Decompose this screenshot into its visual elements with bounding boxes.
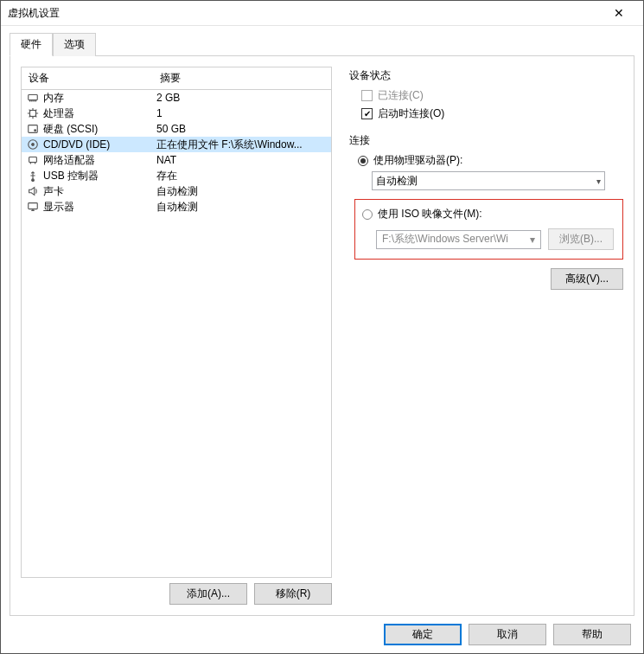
hdd-icon (27, 123, 39, 135)
usb-icon (27, 170, 39, 182)
iso-path-input[interactable]: F:\系统\Windows Server\Wi ▾ (376, 230, 541, 249)
device-name: CD/DVD (IDE) (43, 138, 110, 151)
svg-rect-2 (29, 125, 38, 133)
svg-point-3 (35, 130, 36, 131)
connect-on-start-checkbox[interactable]: ✔ 启动时连接(O) (361, 106, 623, 121)
device-table: 设备 摘要 内存 2 GB 处理器 1 硬盘 (SCSI) 50 GB CD/D… (21, 67, 332, 578)
table-row[interactable]: 内存 2 GB (22, 90, 331, 106)
disc-icon (27, 138, 39, 151)
help-button[interactable]: 帮助 (553, 624, 631, 645)
device-summary: 2 GB (153, 92, 331, 104)
device-summary: 正在使用文件 F:\系统\Window... (153, 138, 331, 152)
table-row[interactable]: 网络适配器 NAT (22, 152, 331, 168)
table-header: 设备 摘要 (22, 67, 331, 90)
device-name: 显示器 (43, 200, 74, 215)
svg-rect-6 (29, 157, 37, 163)
left-pane: 设备 摘要 内存 2 GB 处理器 1 硬盘 (SCSI) 50 GB CD/D… (21, 67, 332, 605)
svg-point-7 (32, 179, 35, 182)
radio-icon (362, 209, 373, 220)
dialog-footer: 确定 取消 帮助 (1, 616, 643, 653)
window-title: 虚拟机设置 (8, 6, 60, 21)
device-summary: NAT (153, 154, 331, 166)
tab-hardware[interactable]: 硬件 (10, 33, 53, 56)
remove-button[interactable]: 移除(R) (254, 583, 332, 605)
svg-point-5 (32, 144, 35, 146)
iso-file-radio[interactable]: 使用 ISO 映像文件(M): (362, 207, 614, 221)
device-buttons: 添加(A)... 移除(R) (21, 583, 332, 605)
device-name: USB 控制器 (43, 169, 99, 183)
memory-icon (27, 92, 39, 104)
device-name: 处理器 (43, 106, 74, 121)
add-button[interactable]: 添加(A)... (169, 583, 247, 605)
nic-icon (27, 154, 39, 166)
checkbox-icon (361, 90, 373, 101)
col-summary: 摘要 (153, 67, 331, 89)
physical-drive-dropdown[interactable]: 自动检测 ▾ (372, 171, 605, 190)
svg-rect-0 (29, 95, 38, 100)
titlebar: 虚拟机设置 ✕ (1, 1, 643, 26)
device-name: 硬盘 (SCSI) (43, 122, 98, 137)
svg-rect-8 (29, 203, 38, 209)
status-group-title: 设备状态 (349, 68, 623, 83)
connection-group: 连接 使用物理驱动器(P): 自动检测 ▾ (349, 133, 623, 290)
chevron-down-icon: ▾ (596, 176, 601, 186)
device-status-group: 设备状态 已连接(C) ✔ 启动时连接(O) (349, 68, 623, 121)
chevron-down-icon: ▾ (530, 234, 535, 246)
physical-drive-radio[interactable]: 使用物理驱动器(P): (358, 153, 623, 168)
connected-checkbox: 已连接(C) (361, 88, 623, 103)
iso-highlight-box: 使用 ISO 映像文件(M): F:\系统\Windows Server\Wi … (354, 199, 623, 260)
device-name: 内存 (43, 91, 64, 106)
ok-button[interactable]: 确定 (384, 624, 462, 645)
display-icon (27, 201, 39, 213)
device-name: 网络适配器 (43, 153, 95, 168)
table-row[interactable]: 硬盘 (SCSI) 50 GB (22, 121, 331, 137)
browse-button: 浏览(B)... (548, 228, 614, 250)
checkbox-icon: ✔ (361, 108, 373, 119)
tab-panel-hardware: 设备 摘要 内存 2 GB 处理器 1 硬盘 (SCSI) 50 GB CD/D… (10, 55, 634, 616)
cpu-icon (27, 107, 39, 119)
table-row[interactable]: 处理器 1 (22, 106, 331, 121)
radio-icon (358, 156, 368, 166)
col-device: 设备 (22, 67, 153, 89)
device-name: 声卡 (43, 184, 64, 199)
tabstrip: 硬件 选项 (10, 33, 634, 56)
device-summary: 1 (153, 107, 331, 119)
right-pane: 设备状态 已连接(C) ✔ 启动时连接(O) 连接 (349, 67, 623, 605)
table-row[interactable]: CD/DVD (IDE) 正在使用文件 F:\系统\Window... (22, 137, 331, 152)
device-summary: 自动检测 (153, 200, 331, 215)
cancel-button[interactable]: 取消 (469, 624, 546, 645)
device-summary: 自动检测 (153, 184, 331, 199)
table-row[interactable]: 显示器 自动检测 (22, 199, 331, 215)
sound-icon (27, 185, 39, 197)
device-summary: 50 GB (153, 123, 331, 135)
tab-container: 硬件 选项 设备 摘要 内存 2 GB 处理器 1 硬盘 (S (1, 26, 643, 616)
close-icon[interactable]: ✕ (602, 6, 636, 20)
tab-options[interactable]: 选项 (53, 33, 96, 56)
vm-settings-window: 虚拟机设置 ✕ 硬件 选项 设备 摘要 内存 2 GB 处理器 (0, 0, 644, 654)
connection-group-title: 连接 (349, 133, 623, 148)
device-summary: 存在 (153, 169, 331, 183)
table-row[interactable]: USB 控制器 存在 (22, 168, 331, 183)
svg-rect-1 (30, 111, 36, 117)
table-body: 内存 2 GB 处理器 1 硬盘 (SCSI) 50 GB CD/DVD (ID… (22, 90, 331, 215)
table-row[interactable]: 声卡 自动检测 (22, 183, 331, 199)
advanced-button[interactable]: 高级(V)... (551, 268, 623, 290)
